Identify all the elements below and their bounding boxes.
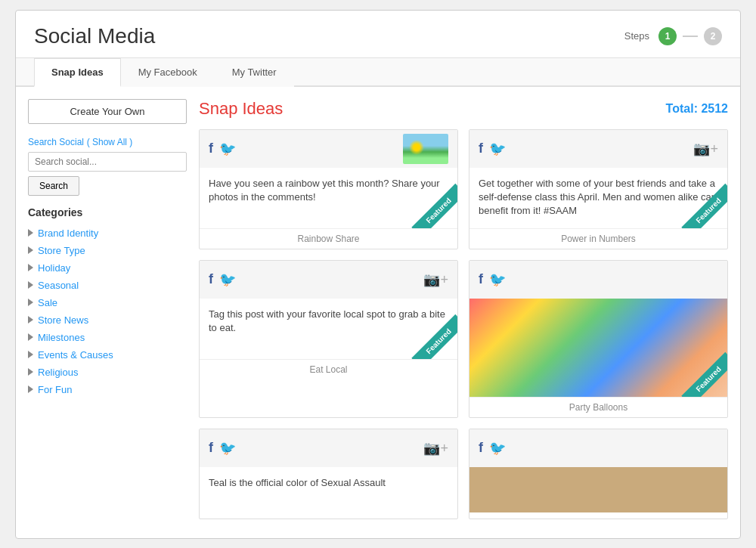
category-arrow-icon (28, 385, 33, 393)
category-label: Sale (38, 297, 57, 308)
tab-snap-ideas[interactable]: Snap Ideas (34, 58, 121, 87)
category-arrow-icon (28, 351, 33, 358)
category-arrow-icon (28, 264, 33, 271)
facebook-icon: f (209, 440, 213, 456)
card-footer: Eat Local (200, 359, 457, 379)
card-body: Have you seen a rainbow yet this month? … (200, 168, 457, 228)
search-input[interactable] (28, 152, 187, 172)
category-seasonal[interactable]: Seasonal (28, 277, 187, 294)
twitter-icon: 🐦 (219, 141, 236, 157)
card-social-icons: f 🐦 (479, 271, 506, 288)
card-footer: Party Balloons (469, 397, 727, 417)
card-body: Get together with some of your best frie… (469, 168, 727, 228)
category-label: Store News (38, 314, 88, 326)
card-social-icons: f 🐦 (209, 141, 236, 157)
tabs-bar: Snap Ideas My Facebook My Twitter (16, 58, 740, 87)
tan-image (469, 467, 727, 512)
featured-badge (404, 175, 457, 228)
photo-icon: 📷+ (423, 440, 448, 457)
category-brand-identity[interactable]: Brand Identity (28, 224, 187, 242)
step-2-circle: 2 (704, 27, 722, 45)
card-thumbnail (403, 134, 448, 164)
total-value: 2512 (701, 102, 728, 115)
category-arrow-icon (28, 229, 33, 237)
facebook-icon: f (479, 141, 483, 156)
category-arrow-icon (28, 299, 33, 306)
card-eat-local[interactable]: f 🐦 📷+ Tag this post with your favorite … (199, 260, 458, 418)
search-label: Search Social ( Show All ) (28, 136, 187, 147)
category-label: Brand Identity (38, 228, 98, 239)
card-party-balloons[interactable]: f 🐦 Party Balloons (469, 260, 728, 418)
category-label: For Fun (38, 384, 73, 395)
content-area: Snap Ideas Total: 2512 f 🐦 Have you seen… (199, 99, 728, 519)
card-footer: Rainbow Share (200, 228, 457, 249)
tab-my-facebook[interactable]: My Facebook (121, 58, 215, 87)
main-content: Create Your Own Search Social ( Show All… (16, 87, 740, 531)
card-top: f 🐦 (469, 429, 727, 467)
facebook-icon: f (479, 440, 483, 456)
tab-my-twitter[interactable]: My Twitter (215, 58, 294, 87)
featured-badge (404, 306, 457, 359)
categories-title: Categories (28, 206, 187, 218)
card-footer: Power in Numbers (469, 228, 727, 249)
card-top: f 🐦 📷+ (200, 429, 457, 467)
card-social-icons: f 🐦 (479, 141, 506, 157)
categories-section: Categories Brand Identity Store Type Hol… (28, 206, 187, 398)
category-milestones[interactable]: Milestones (28, 329, 187, 346)
search-section: Search Social ( Show All ) Search (28, 136, 187, 196)
show-all-link[interactable]: ( Show All ) (87, 137, 133, 147)
category-events-causes[interactable]: Events & Causes (28, 346, 187, 364)
sidebar: Create Your Own Search Social ( Show All… (28, 99, 187, 519)
card-tan[interactable]: f 🐦 (469, 429, 728, 519)
card-rainbow-share[interactable]: f 🐦 Have you seen a rainbow yet this mon… (199, 129, 458, 249)
page-title: Social Media (34, 24, 155, 48)
category-label: Seasonal (38, 280, 79, 291)
steps-label: Steps (624, 30, 649, 42)
facebook-icon: f (209, 271, 213, 287)
card-top: f 🐦 (469, 261, 727, 299)
category-arrow-icon (28, 246, 33, 254)
card-social-icons: f 🐦 (209, 271, 236, 288)
category-for-fun[interactable]: For Fun (28, 381, 187, 398)
content-header: Snap Ideas Total: 2512 (199, 99, 728, 119)
photo-icon: 📷+ (693, 141, 718, 157)
card-body: Tag this post with your favorite local s… (200, 299, 457, 359)
category-sale[interactable]: Sale (28, 294, 187, 311)
category-holiday[interactable]: Holiday (28, 259, 187, 277)
photo-icon: 📷+ (423, 271, 448, 288)
twitter-icon: 🐦 (219, 440, 236, 457)
card-top: f 🐦 (200, 130, 457, 168)
category-label: Milestones (38, 332, 85, 343)
card-top: f 🐦 📷+ (200, 261, 457, 299)
category-store-type[interactable]: Store Type (28, 242, 187, 259)
create-own-button[interactable]: Create Your Own (28, 99, 187, 124)
featured-badge (674, 175, 727, 228)
search-button[interactable]: Search (28, 176, 79, 196)
category-arrow-icon (28, 368, 33, 376)
card-social-icons: f 🐦 (209, 440, 236, 457)
card-social-icons: f 🐦 (479, 440, 506, 457)
card-body: Teal is the official color of Sexual Ass… (200, 467, 457, 519)
category-arrow-icon (28, 333, 33, 341)
step-1-circle: 1 (658, 27, 677, 45)
facebook-icon: f (209, 141, 213, 156)
category-arrow-icon (28, 316, 33, 324)
twitter-icon: 🐦 (489, 141, 506, 157)
card-power-in-numbers[interactable]: f 🐦 📷+ Get together with some of your be… (469, 129, 728, 249)
twitter-icon: 🐦 (219, 271, 236, 288)
category-religious[interactable]: Religious (28, 364, 187, 381)
twitter-icon: 🐦 (489, 271, 506, 288)
category-store-news[interactable]: Store News (28, 311, 187, 329)
total-text: Total: 2512 (666, 102, 728, 116)
card-text: Teal is the official color of Sexual Ass… (209, 476, 448, 490)
step-line (683, 36, 698, 37)
twitter-icon: 🐦 (489, 440, 506, 457)
category-arrow-icon (28, 281, 33, 289)
cards-grid: f 🐦 Have you seen a rainbow yet this mon… (199, 129, 728, 519)
category-label: Events & Causes (38, 349, 113, 361)
category-label: Store Type (38, 245, 85, 256)
steps-container: Steps 1 2 (624, 27, 722, 45)
featured-badge (674, 344, 727, 397)
card-teal[interactable]: f 🐦 📷+ Teal is the official color of Sex… (199, 429, 458, 519)
search-social-text: Search Social (28, 137, 84, 147)
